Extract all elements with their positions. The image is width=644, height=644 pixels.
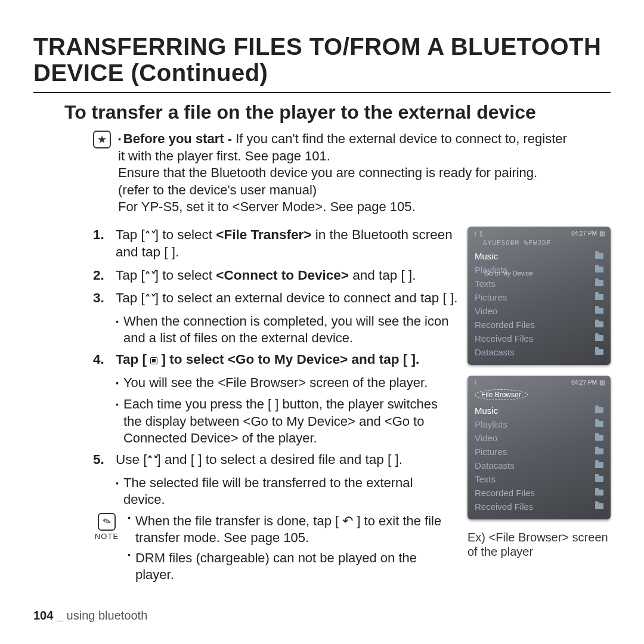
folder-icon — [595, 503, 603, 509]
folder-icon — [595, 435, 603, 441]
bluetooth-icon: ᚼ — [473, 379, 477, 386]
folder-icon — [595, 421, 603, 427]
folder-icon — [595, 321, 603, 327]
up-down-icon — [147, 452, 157, 467]
device-screenshot-2: ᚼ04:27 PM ▥ File Browser Music Playlists… — [467, 376, 611, 519]
page-title: TRANSFERRING FILES TO/FROM A BLUETOOTH D… — [33, 33, 611, 86]
section-heading: To transfer a ﬁle on the player to the e… — [64, 101, 611, 123]
folder-icon — [595, 308, 603, 314]
step4-sub2: Each time you press the [ ] button, the … — [123, 396, 458, 446]
folder-icon — [595, 476, 603, 482]
intro-text: ▪ Before you start - If you can't find t… — [118, 131, 571, 216]
folder-icon — [595, 407, 603, 413]
bluetooth-icon: ᚼ — [473, 230, 477, 237]
screenshot-caption: Ex) <File Browser> screen of the player — [467, 530, 611, 559]
up-down-icon — [145, 227, 155, 242]
step5-sub: The selected file will be transferred to… — [123, 475, 458, 508]
folder-icon — [595, 448, 603, 454]
folder-icon — [595, 462, 603, 468]
steps-column: 1. Tap [] to select <File Transfer> in t… — [93, 227, 458, 587]
note-text: ▪When the file transfer is done, tap [ ↶… — [128, 513, 458, 587]
file-browser-pill: File Browser — [475, 389, 528, 400]
folder-icon — [595, 294, 603, 300]
note-label: NOTE — [95, 532, 119, 542]
folder-icon — [595, 280, 603, 286]
device-screenshot-1: ᚼ▯04:27 PM ▥ &YUFSOBM %FWJDF Music Playl… — [467, 227, 611, 365]
folder-icon — [595, 349, 603, 355]
page-footer: 104 _ using bluetooth — [33, 609, 147, 623]
folder-icon — [595, 335, 603, 341]
step4-sub1: You will see the <File Browser> screen o… — [123, 374, 428, 391]
up-down-icon — [145, 268, 155, 283]
up-down-icon — [145, 290, 155, 305]
folder-icon — [595, 267, 603, 273]
note-icon — [98, 513, 116, 531]
folder-icon — [595, 490, 603, 496]
divider — [33, 92, 611, 93]
folder-icon — [595, 253, 603, 259]
menu-icon — [150, 357, 157, 364]
star-icon — [93, 131, 111, 148]
step3-sub: When the connection is completed, you wi… — [123, 313, 458, 346]
